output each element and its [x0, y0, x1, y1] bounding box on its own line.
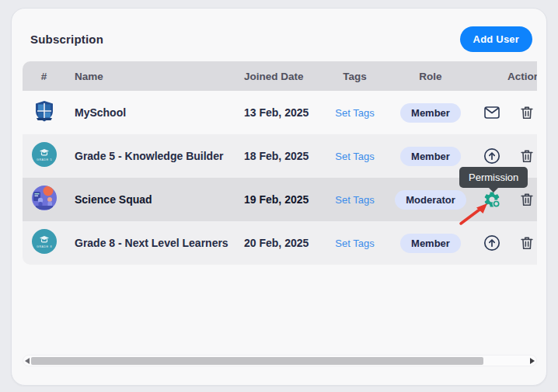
envelope-icon[interactable] — [483, 103, 501, 122]
horizontal-scrollbar[interactable] — [23, 355, 537, 366]
col-header-tags: Tags — [322, 61, 388, 91]
role-badge: Member — [400, 234, 461, 253]
avatar — [31, 185, 58, 211]
svg-text:GRADE 5: GRADE 5 — [37, 158, 52, 161]
subscription-table: # Name Joined Date Tags Role Action — [23, 61, 537, 265]
upload-circle-icon[interactable] — [483, 234, 501, 252]
col-header-number: # — [23, 61, 65, 91]
joined-date: 20 Feb, 2025 — [232, 221, 322, 265]
member-name: Grade 8 - Next Level Learners — [65, 221, 232, 265]
member-name: MySchool — [65, 91, 232, 134]
set-tags-link[interactable]: Set Tags — [335, 238, 374, 249]
svg-text:GRADE 8: GRADE 8 — [37, 245, 52, 248]
avatar — [31, 98, 58, 124]
table-row: MySchool 13 Feb, 2025 Set Tags Member — [23, 91, 537, 134]
add-user-button[interactable]: Add User — [460, 26, 532, 52]
table-header-row: # Name Joined Date Tags Role Action — [23, 61, 537, 91]
trash-icon[interactable] — [518, 190, 536, 209]
scroll-left-arrow-icon[interactable] — [25, 358, 30, 364]
card-header: Subscription Add User — [12, 9, 546, 52]
empty-space — [23, 265, 537, 355]
joined-date: 18 Feb, 2025 — [232, 134, 322, 178]
role-badge: Moderator — [395, 190, 466, 210]
col-header-role: Role — [388, 61, 473, 91]
member-name: Science Squad — [65, 178, 232, 221]
role-badge: Member — [400, 103, 461, 123]
upload-circle-icon[interactable] — [483, 147, 501, 165]
role-badge: Member — [400, 147, 461, 166]
col-header-action: Action — [473, 61, 537, 91]
table-scroll-container: # Name Joined Date Tags Role Action — [23, 61, 537, 265]
scrollbar-thumb[interactable] — [31, 357, 483, 365]
member-name: Grade 5 - Knowledge Builder — [65, 134, 232, 178]
avatar: GRADE 5 — [31, 141, 58, 168]
scroll-right-arrow-icon[interactable] — [530, 358, 535, 364]
joined-date: 19 Feb, 2025 — [232, 178, 322, 221]
joined-date: 13 Feb, 2025 — [232, 91, 322, 134]
table-area: # Name Joined Date Tags Role Action — [23, 61, 537, 366]
page-title: Subscription — [30, 33, 103, 46]
trash-icon[interactable] — [518, 234, 536, 252]
col-header-joined-date: Joined Date — [232, 61, 322, 91]
trash-icon[interactable] — [518, 147, 536, 165]
avatar: GRADE 8 — [31, 228, 58, 255]
gear-permission-icon[interactable] — [483, 190, 501, 209]
col-header-name: Name — [65, 61, 232, 91]
table-row: GRADE 8 Grade 8 - Next Level Learners 20… — [23, 221, 537, 265]
permission-tooltip: Permission — [459, 167, 528, 188]
set-tags-link[interactable]: Set Tags — [335, 107, 374, 119]
set-tags-link[interactable]: Set Tags — [335, 151, 374, 162]
set-tags-link[interactable]: Set Tags — [335, 194, 374, 206]
trash-icon[interactable] — [518, 103, 536, 122]
subscription-card: Subscription Add User # Name Joined Date… — [11, 8, 547, 386]
